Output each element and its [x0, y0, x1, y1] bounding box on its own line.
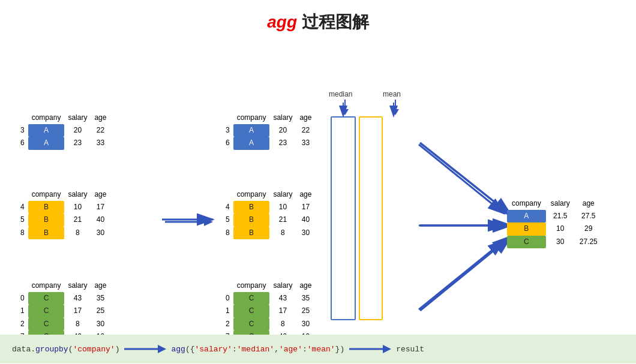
mid-idx-1c: 1	[222, 305, 233, 317]
code-colon2: :	[302, 345, 307, 354]
group-c-mid: company salary age 0 C 43 35 1 C 17 25 2…	[222, 279, 315, 343]
mid-age-1c: 25	[296, 305, 315, 317]
mid-salary-3a: 20	[269, 124, 296, 137]
mid-idx-6a: 6	[222, 137, 233, 149]
code-agg: agg({'salary':'median','age':'mean'})	[171, 345, 344, 354]
company-8b: B	[28, 227, 65, 239]
mid-age-0c: 35	[296, 292, 315, 305]
age-8b: 30	[91, 227, 110, 239]
mid-header-company-b: company	[233, 188, 270, 201]
mean-arrow	[391, 100, 400, 117]
group-c-left: company salary age 0 C 43 35 1 C 17 25 2…	[17, 279, 110, 343]
label-median: median	[329, 90, 352, 98]
result-company-c: C	[507, 236, 546, 248]
bottom-arrow-2	[349, 342, 391, 356]
main-area: company salary age 3 A 20 22 6 A 23 33 c…	[0, 40, 636, 363]
svg-marker-13	[392, 109, 399, 115]
code-agg-paren2: })	[335, 345, 345, 354]
mid-age-6a: 33	[296, 137, 315, 149]
salary-0c: 43	[64, 292, 91, 305]
result-salary-c: 30	[546, 236, 575, 248]
mid-header-age-b: age	[296, 188, 315, 201]
mid-header-company-c: company	[233, 279, 270, 292]
mid-age-8b: 30	[296, 227, 315, 239]
header-company-b: company	[28, 188, 65, 201]
bottom-bar: data.groupby('company') agg({'salary':'m…	[0, 335, 636, 363]
svg-line-15	[420, 143, 511, 215]
age-0c: 35	[91, 292, 110, 305]
mid-idx-0c: 0	[222, 292, 233, 305]
idx-6a: 6	[17, 137, 28, 149]
result-age-b: 29	[575, 222, 602, 235]
result-header-company: company	[507, 197, 546, 210]
idx-5b: 5	[17, 213, 28, 226]
svg-marker-21	[383, 345, 391, 353]
group-b-mid: company salary age 4 B 10 17 5 B 21 40 8…	[222, 188, 315, 239]
code-agg-paren1: ({	[185, 345, 195, 354]
header-company-a: company	[28, 112, 65, 124]
mid-age-4b: 17	[296, 201, 315, 213]
idx-1c: 1	[17, 305, 28, 317]
company-5b: B	[28, 213, 65, 226]
mid-company-4b: B	[233, 201, 270, 213]
result-age-a: 27.5	[575, 210, 602, 222]
mid-salary-2c: 8	[269, 318, 296, 330]
company-4b: B	[28, 201, 65, 213]
idx-8b: 8	[17, 227, 28, 239]
mid-age-3a: 22	[296, 124, 315, 137]
mid-company-2c: C	[233, 318, 270, 330]
mid-salary-1c: 17	[269, 305, 296, 317]
mid-idx-4b: 4	[222, 201, 233, 213]
mid-header-age-c: age	[296, 279, 315, 292]
page-title: agg 过程图解	[0, 0, 636, 40]
company-3a: A	[28, 124, 65, 137]
svg-line-5	[419, 240, 504, 309]
age-4b: 17	[91, 201, 110, 213]
code-company-str: 'company'	[73, 345, 115, 354]
header-salary-c: salary	[64, 279, 91, 292]
mid-company-5b: B	[233, 213, 270, 226]
idx-3a: 3	[17, 124, 28, 137]
label-mean: mean	[383, 90, 401, 98]
age-border-box	[359, 116, 383, 320]
age-5b: 40	[91, 213, 110, 226]
code-mean-val: 'mean'	[307, 345, 335, 354]
salary-6a: 23	[64, 137, 91, 149]
mid-idx-3a: 3	[222, 124, 233, 137]
company-1c: C	[28, 305, 65, 317]
svg-marker-19	[158, 345, 166, 353]
result-header-age: age	[575, 197, 602, 210]
mid-idx-2c: 2	[222, 318, 233, 330]
salary-5b: 21	[64, 213, 91, 226]
salary-8b: 8	[64, 227, 91, 239]
age-3a: 22	[91, 124, 110, 137]
salary-1c: 17	[64, 305, 91, 317]
age-2c: 30	[91, 318, 110, 330]
mid-header-salary-b: salary	[269, 188, 296, 201]
mid-salary-5b: 21	[269, 213, 296, 226]
code-median-val: 'median'	[237, 345, 274, 354]
group-a-mid: company salary age 3 A 20 22 6 A 23 33	[222, 112, 315, 150]
code-agg-fn: agg	[171, 345, 185, 354]
mid-idx-8b: 8	[222, 227, 233, 239]
idx-2c: 2	[17, 318, 28, 330]
code-groupby-fn: groupby	[35, 345, 68, 354]
age-1c: 25	[91, 305, 110, 317]
code-dot: .	[31, 345, 35, 354]
code-age-key: 'age'	[279, 345, 302, 354]
svg-marker-9	[204, 218, 213, 226]
result-company-a: A	[507, 210, 546, 222]
code-paren2: )	[115, 345, 120, 354]
salary-border-box	[331, 116, 356, 320]
header-salary-a: salary	[64, 112, 91, 124]
code-salary-key: 'salary'	[195, 345, 232, 354]
mid-company-3a: A	[233, 124, 270, 137]
mid-salary-4b: 10	[269, 201, 296, 213]
svg-marker-11	[341, 109, 349, 115]
header-age-c: age	[91, 279, 110, 292]
mid-age-2c: 30	[296, 318, 315, 330]
mid-header-salary-a: salary	[269, 112, 296, 124]
group-b-left: company salary age 4 B 10 17 5 B 21 40 8…	[17, 188, 110, 239]
mid-salary-0c: 43	[269, 292, 296, 305]
bottom-arrow-1	[124, 342, 166, 356]
